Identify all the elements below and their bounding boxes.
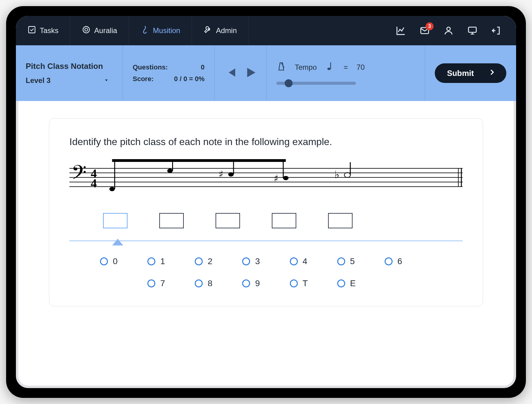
questions-value: 0 [201, 63, 205, 71]
answer-slot-5[interactable] [328, 213, 353, 228]
svg-point-6 [327, 68, 331, 70]
choice-grid: 0 1 2 3 4 5 6 7 8 9 T E [69, 256, 463, 288]
choice-3[interactable]: 3 [242, 256, 290, 266]
radio-icon [242, 279, 250, 287]
level-selector[interactable]: Level 3 [26, 76, 113, 85]
edit-square-icon [28, 25, 36, 36]
tempo-slider[interactable] [276, 82, 356, 85]
tempo-equals: = [344, 63, 348, 72]
question-prompt: Identify the pitch class of each note in… [69, 136, 463, 148]
choice-label: 2 [208, 256, 212, 266]
choice-e[interactable]: E [337, 279, 385, 288]
svg-point-2 [85, 28, 88, 31]
choice-2[interactable]: 2 [195, 256, 242, 266]
quarter-note-icon [325, 62, 335, 73]
choice-label: T [303, 279, 308, 288]
choice-label: 6 [397, 256, 402, 266]
nav-tab-label: Admin [216, 26, 237, 35]
choice-1[interactable]: 1 [147, 256, 195, 266]
spiral-icon [82, 25, 91, 36]
svg-text:♯: ♯ [274, 173, 278, 184]
score-value: 0 / 0 = 0% [174, 75, 205, 83]
treble-clef-icon [141, 25, 149, 36]
svg-point-27 [283, 176, 289, 180]
svg-rect-28 [283, 162, 284, 178]
radio-icon [195, 257, 203, 265]
svg-point-21 [167, 169, 173, 173]
choice-0[interactable]: 0 [100, 256, 147, 266]
nav-tab-label: Tasks [40, 26, 58, 35]
choice-label: E [350, 279, 356, 288]
svg-point-19 [109, 187, 115, 191]
nav-tab-musition[interactable]: Musition [129, 16, 192, 45]
choice-label: 1 [160, 256, 165, 266]
choice-t[interactable]: T [290, 279, 337, 288]
choice-8[interactable]: 8 [195, 279, 242, 288]
answer-boxes [69, 213, 463, 228]
tempo-value: 70 [357, 63, 365, 72]
svg-point-24 [228, 172, 234, 177]
score-label: Score: [133, 75, 153, 83]
triangle-up-icon [112, 239, 123, 245]
svg-rect-7 [330, 62, 331, 69]
music-staff: 𝄢 4 4 [69, 159, 463, 199]
radio-icon [100, 257, 108, 265]
logout-icon[interactable] [491, 25, 501, 36]
wrench-icon [204, 25, 212, 36]
staff-note-2 [167, 162, 173, 173]
svg-rect-31 [350, 162, 351, 175]
svg-point-1 [83, 27, 90, 33]
radio-icon [290, 257, 298, 265]
svg-text:𝄢: 𝄢 [71, 162, 87, 188]
svg-rect-25 [233, 162, 234, 174]
nav-tab-tasks[interactable]: Tasks [16, 16, 70, 45]
skip-back-icon[interactable] [224, 65, 238, 81]
exercise-title: Pitch Class Notation [26, 62, 113, 71]
answer-slot-3[interactable] [216, 213, 240, 228]
tempo-slider-thumb[interactable] [285, 79, 293, 87]
nav-tab-auralia[interactable]: Auralia [70, 16, 129, 45]
user-icon[interactable] [443, 25, 454, 36]
svg-rect-22 [172, 162, 173, 171]
chevron-down-icon [104, 76, 109, 85]
nav-icon-group: 3 [381, 16, 516, 45]
level-label: Level 3 [26, 76, 50, 85]
choice-7[interactable]: 7 [147, 279, 195, 288]
chart-icon[interactable] [396, 25, 406, 36]
choice-label: 0 [113, 256, 118, 266]
nav-tab-admin[interactable]: Admin [192, 16, 249, 45]
answer-slot-4[interactable] [272, 213, 296, 228]
choice-label: 7 [160, 279, 165, 288]
question-card: Identify the pitch class of each note in… [49, 118, 483, 306]
svg-rect-20 [114, 162, 115, 189]
staff-note-3: ♯ [219, 162, 234, 180]
nav-tab-label: Auralia [94, 26, 117, 35]
monitor-icon[interactable] [467, 25, 478, 36]
svg-rect-18 [112, 159, 286, 162]
svg-rect-5 [468, 27, 476, 32]
submit-button[interactable]: Submit [435, 63, 506, 83]
metronome-icon [276, 62, 286, 73]
choice-5[interactable]: 5 [337, 256, 385, 266]
questions-label: Questions: [133, 63, 168, 71]
svg-point-30 [344, 173, 350, 178]
info-bar: Pitch Class Notation Level 3 Questions:0… [16, 45, 516, 101]
choice-4[interactable]: 4 [290, 256, 337, 266]
submit-label: Submit [447, 69, 474, 78]
svg-rect-0 [29, 27, 35, 33]
mail-icon[interactable]: 3 [419, 25, 430, 36]
nav-tab-label: Musition [153, 26, 180, 35]
answer-slot-1[interactable] [103, 213, 127, 228]
chevron-right-icon [488, 68, 496, 78]
answer-slot-2[interactable] [159, 213, 184, 228]
play-icon[interactable] [244, 65, 258, 81]
choice-9[interactable]: 9 [242, 279, 290, 288]
choice-label: 8 [208, 279, 212, 288]
radio-icon [147, 257, 155, 265]
top-nav: Tasks Auralia Musition Admin [16, 16, 516, 45]
radio-icon [337, 257, 345, 265]
svg-text:♭: ♭ [334, 169, 339, 180]
notification-badge: 3 [426, 22, 434, 30]
choice-label: 9 [255, 279, 260, 288]
choice-6[interactable]: 6 [385, 256, 432, 266]
